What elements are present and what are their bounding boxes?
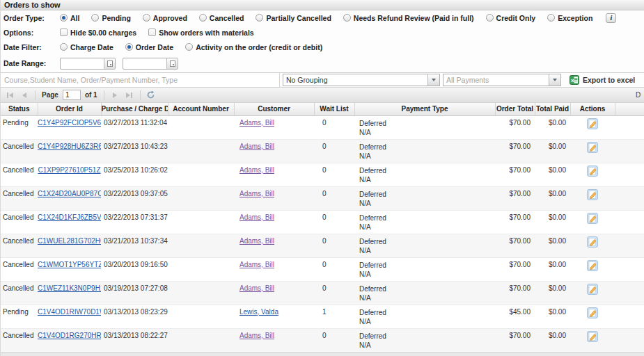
radio-order-type-cancelled[interactable]: Cancelled [199,14,244,22]
radio-icon[interactable] [199,14,207,22]
edit-order-icon[interactable] [587,331,598,342]
column-header-actions[interactable]: Actions [570,103,615,115]
order-id-link[interactable]: C1WUEL281G702HG [38,237,101,245]
filler-cell [615,115,644,139]
radio-icon[interactable] [60,14,68,22]
edit-order-icon[interactable] [587,260,598,271]
date-from-field[interactable] [60,58,116,70]
customer-link[interactable]: Adams, Bill [239,261,274,268]
table-row[interactable]: Pending C1Y4P92FCIOP5V6 03/27/2013 11:32… [1,115,644,139]
radio-order-type-exception[interactable]: Exception [547,14,592,22]
radio-icon[interactable] [547,14,555,22]
page-number-input[interactable] [63,90,81,100]
radio-icon[interactable] [256,14,263,22]
customer-link[interactable]: Adams, Bill [239,213,274,221]
customer-link[interactable]: Adams, Bill [239,190,274,197]
radio-order-type-needs-refund-review[interactable]: Needs Refund Review (Paid in full) [343,14,474,22]
checkbox-show-orders-with-materials[interactable]: Show orders with materials [148,29,254,37]
radio-order-type-all[interactable]: All [60,14,79,22]
order-id-link[interactable]: C1Y4P928HU6Z3R6 [38,143,101,150]
table-row[interactable]: Cancelled C1V4OD1RG270HRA 03/13/2013 08:… [1,328,644,352]
radio-icon[interactable] [143,14,150,22]
radio-activity-on-order[interactable]: Activity on the order (credit or debit) [185,43,322,51]
radio-icon[interactable] [486,14,494,22]
column-header-wait-list[interactable]: Wait List [314,103,354,115]
date-from-input[interactable] [61,58,104,69]
table-row[interactable]: Cancelled C1X24D1KFJ6ZB5V 03/22/2013 07:… [1,210,644,234]
column-header-status[interactable]: Status [1,103,38,115]
customer-link[interactable]: Adams, Bill [239,237,274,245]
edit-order-icon[interactable] [587,142,598,153]
radio-order-type-pending[interactable]: Pending [91,14,130,22]
next-page-button[interactable] [109,90,121,101]
payments-select[interactable]: All Payments [443,74,561,86]
order-id-link[interactable]: C1X24D20AU0P87C [38,190,101,197]
column-header-purchase-charge-date[interactable]: Purchase / Charge Date [101,103,168,115]
order-id-link[interactable]: C1WMOT1YP56YTZ4 [38,261,101,268]
table-row[interactable]: Cancelled C1WUEL281G702HG 03/21/2013 10:… [1,234,644,257]
radio-order-type-approved[interactable]: Approved [143,14,187,22]
order-id-link[interactable]: C1XP9P27610P51Z [38,166,100,174]
order-id-link[interactable]: C1V4OD1RG270HRA [38,332,101,339]
radio-icon[interactable] [91,14,99,22]
info-icon[interactable]: i [606,13,616,23]
column-header-order-total[interactable]: Order Total [495,103,535,115]
first-page-button[interactable] [3,90,16,101]
table-row[interactable]: Cancelled C1Y4P928HU6Z3R6 03/27/2013 10:… [1,139,644,163]
last-page-button[interactable] [123,90,136,101]
edit-order-icon[interactable] [587,165,598,177]
order-id-link[interactable]: C1WEZ11K3N0P9H1 [38,284,101,292]
table-row[interactable]: Pending C1V4OD1RIW70D1W 03/13/2013 08:23… [1,305,644,328]
grouping-select-trigger[interactable] [427,74,439,86]
radio-icon[interactable] [185,43,193,51]
column-header-customer[interactable]: Customer [234,103,314,115]
customer-link[interactable]: Lewis, Valda [239,308,278,316]
refresh-button[interactable] [145,90,157,101]
payment-type-line1: Deferred [359,237,495,246]
date-to-picker-button[interactable] [166,58,178,69]
table-row[interactable]: Cancelled C1WMOT1YP56YTZ4 03/20/2013 09:… [1,257,644,281]
edit-order-icon[interactable] [587,213,598,224]
horizontal-scrollbar-track[interactable] [1,353,644,356]
radio-order-date[interactable]: Order Date [125,43,173,51]
edit-order-icon[interactable] [587,236,598,248]
table-row[interactable]: Cancelled C1X24D20AU0P87C 03/22/2013 09:… [1,186,644,210]
table-row[interactable]: Cancelled C1WEZ11K3N0P9H1 03/19/2013 07:… [1,281,644,305]
customer-link[interactable]: Adams, Bill [239,332,274,339]
date-from-picker-button[interactable] [104,58,115,69]
radio-charge-date[interactable]: Charge Date [60,43,113,51]
edit-order-icon[interactable] [587,118,598,129]
customer-link[interactable]: Adams, Bill [239,284,274,292]
customer-link[interactable]: Adams, Bill [239,143,274,150]
column-header-account-number[interactable]: Account Number [168,103,234,115]
table-row[interactable]: Cancelled C1XP9P27610P51Z 03/25/2013 10:… [1,163,644,186]
radio-order-type-credit-only[interactable]: Credit Only [486,14,536,22]
column-header-total-paid[interactable]: Total Paid [535,103,570,115]
search-input[interactable] [1,73,280,87]
status-cell: Pending [1,115,38,139]
previous-page-button[interactable] [18,90,31,101]
grouping-select[interactable]: No Grouping [283,74,440,86]
order-id-link[interactable]: C1V4OD1RIW70D1W [38,308,101,316]
checkbox-icon[interactable] [148,29,156,36]
radio-icon[interactable] [125,43,133,51]
column-header-order-id[interactable]: Order Id [38,103,101,115]
radio-order-type-partially-cancelled[interactable]: Partially Cancelled [256,14,331,22]
customer-link[interactable]: Adams, Bill [239,119,274,127]
customer-link[interactable]: Adams, Bill [239,166,274,174]
edit-order-icon[interactable] [587,189,598,200]
payment-type-cell: Deferred N/A [354,328,495,352]
edit-order-icon[interactable] [587,307,598,318]
payments-select-trigger[interactable] [549,74,560,86]
checkbox-hide-zero-charges[interactable]: Hide $0.00 charges [60,29,136,37]
order-id-link[interactable]: C1Y4P92FCIOP5V6 [38,119,101,127]
radio-icon[interactable] [60,43,68,51]
radio-icon[interactable] [343,14,351,22]
edit-order-icon[interactable] [587,284,598,295]
checkbox-icon[interactable] [60,29,68,36]
date-to-field[interactable] [123,58,178,70]
order-id-link[interactable]: C1X24D1KFJ6ZB5V [38,213,101,221]
date-to-input[interactable] [123,58,166,69]
export-to-excel-button[interactable]: x Export to excel [570,75,635,85]
column-header-payment-type[interactable]: Payment Type [354,103,495,115]
